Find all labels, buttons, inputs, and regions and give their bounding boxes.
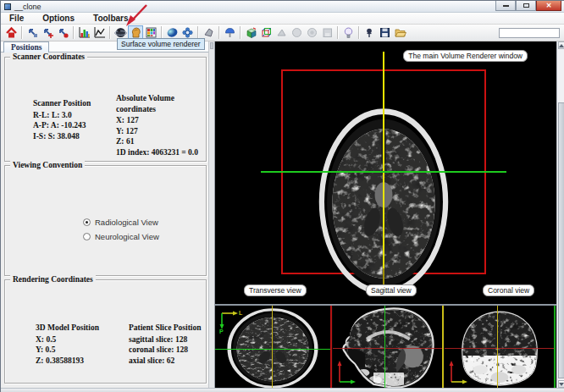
scanner-position-block: Scanner Position R-L: L: 3.0 A-P: A: -10… bbox=[33, 98, 91, 141]
tree-renderer-icon[interactable] bbox=[222, 25, 237, 41]
group-title: Viewing Convention bbox=[10, 161, 85, 169]
crosshair-horizontal bbox=[333, 348, 442, 349]
toolbar-separator bbox=[240, 26, 241, 39]
triangle-disabled-icon[interactable] bbox=[274, 25, 289, 41]
axis-label-p: P bbox=[219, 329, 224, 334]
group-scanner-coordinates: Scanner Coordinates Scanner Position R-L… bbox=[4, 57, 207, 162]
transverse-view-label: Transverse view bbox=[244, 284, 307, 296]
toolbar-separator bbox=[358, 26, 359, 39]
group-title: Scanner Coordinates bbox=[10, 52, 87, 61]
crosshair-vertical bbox=[384, 306, 385, 388]
menu-bar: File Options Toolbars bbox=[1, 13, 564, 25]
coord-line: Y: 0.5 bbox=[36, 345, 99, 356]
coord-line: sagittal slice: 128 bbox=[129, 334, 202, 345]
toolbar-text-field[interactable] bbox=[499, 28, 560, 38]
tooltip-surface-volume-renderer: Surface volume renderer bbox=[117, 38, 205, 50]
scroll-down-arrow[interactable] bbox=[558, 380, 564, 388]
app-icon bbox=[4, 3, 11, 10]
orientation-axes: L P bbox=[219, 310, 245, 335]
toolbar bbox=[1, 25, 564, 41]
toolbar-separator bbox=[73, 26, 74, 39]
open-folder-icon[interactable] bbox=[392, 25, 407, 41]
axis-label-l: L bbox=[239, 310, 242, 316]
positions-panel: Positions Scanner Coordinates Scanner Po… bbox=[1, 41, 215, 388]
status-bar bbox=[1, 388, 564, 392]
radio-label: Radiological View bbox=[95, 218, 158, 227]
coronal-view[interactable] bbox=[445, 306, 556, 388]
radio-icon bbox=[83, 218, 91, 226]
sagittal-view[interactable] bbox=[333, 306, 442, 388]
toolbar-separator bbox=[218, 26, 219, 39]
scroll-up-arrow[interactable] bbox=[558, 41, 564, 49]
model-position-block: 3D Model Position X: 0.5 Y: 0.5 Z: 0.385… bbox=[36, 323, 99, 366]
toolbar-separator bbox=[161, 26, 162, 39]
close-button[interactable]: ✕ bbox=[536, 1, 561, 11]
patient-slice-block: Patient Slice Position sagittal slice: 1… bbox=[129, 323, 202, 366]
vertical-scrollbar[interactable] bbox=[556, 41, 564, 388]
home-icon[interactable] bbox=[3, 25, 19, 41]
group-rendering-coordinates: Rendering Coordinates 3D Model Position … bbox=[4, 279, 207, 384]
pointer-crosshair-icon[interactable] bbox=[40, 25, 55, 41]
cube-wireframe-icon[interactable] bbox=[258, 25, 274, 41]
radio-icon bbox=[83, 233, 91, 240]
minimize-button[interactable] bbox=[495, 1, 516, 11]
group-viewing-convention: Viewing Convention Radiological View Neu… bbox=[4, 165, 207, 276]
histogram-icon[interactable] bbox=[76, 25, 91, 41]
coord-line: X: 0.5 bbox=[36, 334, 99, 345]
block-title: Absolute Volume coordinates bbox=[116, 93, 206, 114]
scrollbar-thumb[interactable] bbox=[558, 102, 564, 378]
sagittal-crosshair-line[interactable] bbox=[383, 52, 384, 270]
toolbar-separator bbox=[337, 26, 338, 39]
pin-icon[interactable] bbox=[362, 25, 377, 41]
line-plot-icon[interactable] bbox=[91, 25, 107, 41]
crosshair-vertical bbox=[497, 306, 498, 388]
menu-file[interactable]: File bbox=[8, 14, 25, 23]
coord-line: coronal slice: 128 bbox=[129, 345, 202, 356]
view-edge-green bbox=[554, 306, 556, 388]
radio-radiological-view[interactable]: Radiological View bbox=[83, 217, 159, 228]
pointer-marker-icon[interactable] bbox=[55, 25, 70, 41]
save-disabled-icon[interactable] bbox=[319, 25, 335, 41]
pointer-select-icon[interactable] bbox=[25, 25, 40, 41]
block-title: Scanner Position bbox=[33, 98, 91, 109]
orientation-axes bbox=[448, 358, 470, 385]
menu-options[interactable]: Options bbox=[41, 14, 76, 23]
app-window: __clone ✕ File Options Toolbars bbox=[0, 0, 564, 392]
orientation-axes bbox=[336, 358, 358, 385]
lightbulb-icon[interactable] bbox=[340, 25, 356, 41]
sphere-disabled-2-icon[interactable] bbox=[304, 25, 319, 41]
radio-neurological-view[interactable]: Neurological View bbox=[83, 231, 159, 242]
absolute-volume-block: Absolute Volume coordinates X: 127 Y: 12… bbox=[116, 93, 206, 157]
coord-line: R-L: L: 3.0 bbox=[33, 110, 91, 121]
main-volume-renderer-view[interactable]: The main Volume Renderer window Transver… bbox=[215, 41, 556, 302]
coord-line: axial slice: 62 bbox=[129, 356, 202, 367]
coord-line: I-S: S: 38.048 bbox=[33, 131, 91, 142]
coord-line: X: 127 bbox=[116, 115, 206, 126]
menu-toolbars[interactable]: Toolbars bbox=[91, 14, 130, 23]
sagittal-view-label: Sagittal view bbox=[366, 284, 417, 296]
tab-positions[interactable]: Positions bbox=[3, 41, 49, 52]
view-divider-red bbox=[330, 306, 332, 388]
sphere-disabled-icon[interactable] bbox=[289, 25, 304, 41]
panel-scrollbar[interactable] bbox=[208, 41, 214, 388]
block-title: 3D Model Position bbox=[36, 323, 99, 334]
coord-line: Y: 127 bbox=[116, 126, 206, 137]
axial-crosshair-line[interactable] bbox=[261, 171, 506, 173]
toolbar-separator bbox=[197, 26, 198, 39]
radio-label: Neurological View bbox=[95, 232, 159, 241]
view-divider-yellow bbox=[442, 306, 444, 388]
save-icon[interactable] bbox=[377, 25, 392, 41]
toolbar-separator bbox=[109, 26, 110, 39]
slice-views-strip: L P bbox=[215, 304, 556, 388]
block-title: Patient Slice Position bbox=[129, 323, 202, 334]
crosshair-horizontal bbox=[445, 348, 556, 349]
cube-textured-icon[interactable] bbox=[243, 25, 258, 41]
main-window-label: The main Volume Renderer window bbox=[403, 50, 528, 62]
crosshair-horizontal bbox=[215, 349, 330, 350]
transverse-view[interactable]: L P bbox=[215, 306, 330, 388]
crosshair-vertical bbox=[272, 306, 273, 388]
viewing-convention-radios: Radiological View Neurological View bbox=[83, 217, 159, 246]
maximize-button[interactable] bbox=[516, 1, 536, 11]
renderer-area: The main Volume Renderer window Transver… bbox=[215, 41, 556, 388]
window-title: __clone bbox=[14, 3, 41, 11]
